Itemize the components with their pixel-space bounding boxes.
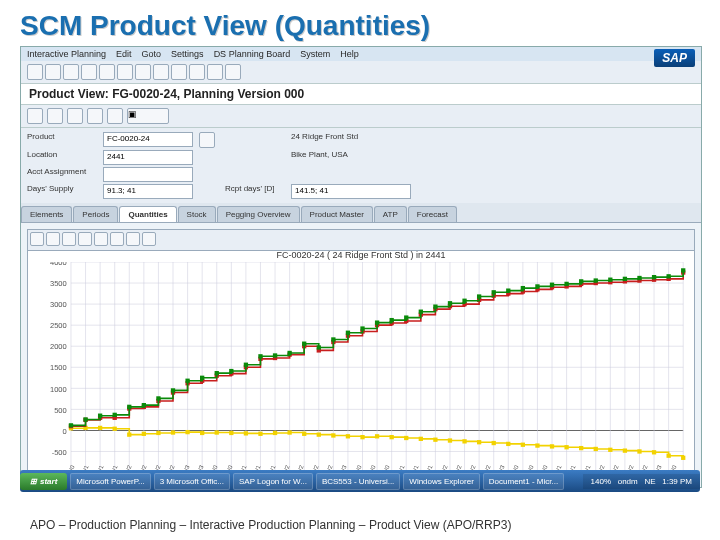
toolbar-button[interactable]	[81, 64, 97, 80]
svg-rect-173	[390, 318, 394, 322]
menu-item[interactable]: Settings	[171, 49, 204, 59]
chart-plot: -1000-5000500100015002000250030003500400…	[28, 262, 694, 473]
product-input[interactable]: FC-0020-24	[103, 132, 193, 147]
location-input[interactable]: 2441	[103, 150, 193, 165]
toolbar-button[interactable]	[153, 64, 169, 80]
svg-rect-90	[433, 438, 437, 442]
svg-rect-158	[171, 388, 175, 392]
taskbar-item[interactable]: SAP Logon for W...	[233, 473, 313, 490]
svg-rect-183	[535, 284, 539, 288]
svg-rect-88	[404, 436, 408, 440]
chart-tool-button[interactable]	[62, 232, 76, 246]
chart-tool-button[interactable]	[110, 232, 124, 246]
svg-rect-180	[492, 290, 496, 294]
svg-rect-87	[390, 435, 394, 439]
menu-item[interactable]: Interactive Planning	[27, 49, 106, 59]
svg-rect-190	[637, 276, 641, 280]
tab-atp[interactable]: ATP	[374, 206, 407, 222]
toolbar-button[interactable]	[27, 108, 43, 124]
chart-tool-button[interactable]	[30, 232, 44, 246]
taskbar-item[interactable]: Windows Explorer	[403, 473, 479, 490]
toolbar-button[interactable]	[67, 108, 83, 124]
menubar: Interactive Planning Edit Goto Settings …	[21, 47, 701, 61]
toolbar-button[interactable]	[117, 64, 133, 80]
acct-input[interactable]	[103, 167, 193, 182]
svg-rect-83	[331, 433, 335, 437]
svg-rect-98	[550, 444, 554, 448]
svg-rect-167	[302, 342, 306, 346]
menu-item[interactable]: DS Planning Board	[214, 49, 291, 59]
svg-rect-184	[550, 283, 554, 287]
chart-toolbar	[28, 230, 694, 251]
chart-tool-button[interactable]	[126, 232, 140, 246]
taskbar-item[interactable]: Document1 - Micr...	[483, 473, 564, 490]
svg-rect-159	[185, 379, 189, 383]
svg-rect-95	[506, 442, 510, 446]
system-tray[interactable]: 140% ondm NE 1:39 PM	[583, 474, 700, 489]
svg-rect-105	[652, 450, 656, 454]
location-desc: Bike Plant, USA	[291, 150, 411, 165]
menu-item[interactable]: Edit	[116, 49, 132, 59]
chart-tool-button[interactable]	[78, 232, 92, 246]
svg-rect-191	[652, 275, 656, 279]
menu-item[interactable]: Help	[340, 49, 359, 59]
toolbar-button[interactable]	[135, 64, 151, 80]
toolbar-button[interactable]	[225, 64, 241, 80]
taskbar-item[interactable]: 3 Microsoft Offic...	[154, 473, 230, 490]
chart-tool-button[interactable]	[142, 232, 156, 246]
svg-rect-174	[404, 315, 408, 319]
chart-tool-button[interactable]	[46, 232, 60, 246]
toolbar-button[interactable]	[87, 108, 103, 124]
svg-rect-76	[229, 431, 233, 435]
svg-rect-80	[287, 430, 291, 434]
svg-text:2000: 2000	[50, 342, 67, 351]
svg-text:4000: 4000	[50, 262, 67, 267]
toolbar-button[interactable]	[171, 64, 187, 80]
toolbar-button[interactable]	[189, 64, 205, 80]
svg-rect-96	[521, 443, 525, 447]
toolbar-button[interactable]	[45, 64, 61, 80]
view-title: Product View: FG-0020-24, Planning Versi…	[21, 84, 701, 105]
svg-rect-99	[564, 445, 568, 449]
tab-product-master[interactable]: Product Master	[301, 206, 373, 222]
svg-rect-154	[113, 413, 117, 417]
svg-rect-162	[229, 369, 233, 373]
menu-item[interactable]: System	[300, 49, 330, 59]
windows-taskbar: ⊞start Microsoft PowerP...3 Microsoft Of…	[20, 470, 700, 492]
svg-rect-81	[302, 432, 306, 436]
toolbar-button[interactable]	[107, 108, 123, 124]
taskbar-item[interactable]: Microsoft PowerP...	[70, 473, 150, 490]
toolbar-button[interactable]	[47, 108, 63, 124]
lookup-icon[interactable]	[199, 132, 215, 148]
product-desc: 24 Ridge Front Std	[291, 132, 411, 148]
tab-pegging-overview[interactable]: Pegging Overview	[217, 206, 300, 222]
daysupply-value: 91.3; 41	[103, 184, 193, 199]
toolbar-button[interactable]	[99, 64, 115, 80]
svg-rect-93	[477, 440, 481, 444]
svg-rect-182	[521, 286, 525, 290]
toolbar-button[interactable]: ▣	[127, 108, 169, 124]
tab-stock[interactable]: Stock	[178, 206, 216, 222]
chart-tool-button[interactable]	[94, 232, 108, 246]
svg-rect-100	[579, 446, 583, 450]
tab-quantities[interactable]: Quantities	[119, 206, 176, 222]
svg-rect-97	[535, 443, 539, 447]
tab-periods[interactable]: Periods	[73, 206, 118, 222]
product-label: Product	[27, 132, 97, 148]
tab-forecast[interactable]: Forecast	[408, 206, 457, 222]
svg-rect-84	[346, 434, 350, 438]
menu-item[interactable]: Goto	[142, 49, 162, 59]
svg-rect-188	[608, 278, 612, 282]
toolbar-button[interactable]	[207, 64, 223, 80]
toolbar-button[interactable]	[27, 64, 43, 80]
svg-rect-79	[273, 431, 277, 435]
tab-elements[interactable]: Elements	[21, 206, 72, 222]
svg-text:1500: 1500	[50, 363, 67, 372]
start-button[interactable]: ⊞start	[20, 473, 67, 490]
toolbar-button[interactable]	[63, 64, 79, 80]
svg-rect-104	[637, 449, 641, 453]
taskbar-item[interactable]: BCS553 - Universi...	[316, 473, 400, 490]
svg-rect-74	[200, 431, 204, 435]
svg-rect-187	[594, 278, 598, 282]
svg-rect-168	[317, 345, 321, 349]
